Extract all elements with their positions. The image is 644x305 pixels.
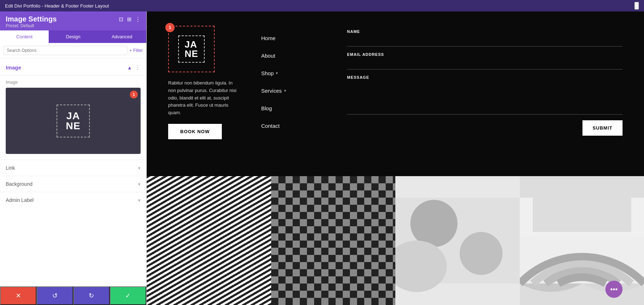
stripes-pattern (147, 176, 271, 305)
email-field[interactable] (347, 59, 623, 69)
tab-content[interactable]: Content (0, 30, 49, 43)
book-now-button[interactable]: BOOK NOW (168, 124, 222, 139)
save-button[interactable]: ✓ (110, 286, 146, 305)
floating-action-button[interactable]: ••• (605, 281, 623, 298)
undo-button[interactable]: ↺ (36, 286, 73, 305)
title-bar: Edit Divi Portfolio - Header & Footer Fo… (0, 0, 644, 11)
footer-logo-text-1: JA (185, 40, 198, 49)
image-section-chevron[interactable]: ▲ (127, 65, 132, 71)
nav-item-about[interactable]: About (261, 47, 333, 64)
link-section[interactable]: Link ▾ (0, 160, 146, 176)
search-bar: + Filter (0, 43, 146, 58)
logo-preview-text-1: JA (67, 111, 80, 121)
footer-col-brand: 1 JA NE Rabitur non bibendum ligula. In … (168, 26, 247, 162)
redo-button[interactable]: ↻ (73, 286, 110, 305)
gallery-section (147, 176, 644, 305)
shapes-pattern (395, 176, 520, 305)
window-title: Edit Divi Portfolio - Header & Footer Fo… (5, 3, 109, 9)
gallery-item-checker (271, 176, 396, 305)
logo-preview-text-2: NE (66, 121, 80, 131)
svg-point-2 (460, 232, 503, 275)
image-section-header: Image ▲ ⋮ (0, 58, 146, 76)
form-submit-row: SUBMIT (347, 120, 623, 136)
search-input[interactable] (4, 46, 127, 55)
more-options-icon[interactable]: ⋮ (135, 16, 141, 23)
footer-logo-badge: 1 (165, 23, 175, 32)
background-section[interactable]: Background ▾ (0, 176, 146, 192)
link-chevron-icon: ▾ (138, 165, 141, 171)
footer-logo-text-2: NE (185, 49, 198, 58)
nav-item-contact[interactable]: Contact (261, 117, 333, 135)
admin-label-chevron-icon: ▾ (138, 198, 141, 203)
gallery-item-stripes (147, 176, 271, 305)
image-section-menu[interactable]: ⋮ (135, 64, 141, 71)
email-label: EMAIL ADDRESS (347, 52, 623, 57)
cancel-button[interactable]: ✕ (0, 286, 36, 305)
background-section-title: Background (6, 181, 33, 187)
logo-preview-box: JA NE (57, 105, 90, 137)
tab-advanced[interactable]: Advanced (98, 30, 146, 43)
resize-icon[interactable]: ⊡ (119, 16, 123, 23)
footer-logo-container: 1 JA NE (168, 26, 215, 72)
footer-section: 1 JA NE Rabitur non bibendum ligula. In … (147, 11, 644, 176)
nav-item-services[interactable]: Services ▾ (261, 82, 333, 100)
image-badge: 1 (130, 91, 138, 98)
checker-pattern (271, 176, 396, 305)
submit-button[interactable]: SUBMIT (582, 120, 623, 136)
gallery-item-arcs (520, 176, 644, 305)
split-icon[interactable]: ⊞ (127, 16, 132, 23)
main-layout: Image Settings ⊡ ⊞ ⋮ Preset: Default Con… (0, 11, 644, 305)
bottom-toolbar: ✕ ↺ ↻ ✓ (0, 286, 146, 305)
preset-label[interactable]: Preset: Default (6, 23, 141, 28)
footer-nav: Home About Shop ▾ Services ▾ Blog Contac (261, 26, 333, 162)
image-label: Image (6, 80, 141, 85)
image-section-title: Image (6, 64, 21, 71)
shop-chevron-icon: ▾ (276, 71, 278, 76)
svg-rect-5 (532, 198, 631, 232)
canvas-area: 1 JA NE Rabitur non bibendum ligula. In … (147, 11, 644, 305)
admin-label-section-title: Admin Label (6, 197, 34, 203)
image-preview[interactable]: 1 JA NE (6, 88, 141, 154)
sidebar: Image Settings ⊡ ⊞ ⋮ Preset: Default Con… (0, 11, 147, 305)
image-section: Image 1 JA NE (0, 80, 146, 160)
message-label: MESSAGE (347, 75, 623, 79)
name-field[interactable] (347, 37, 623, 47)
message-field[interactable] (347, 82, 623, 115)
footer-description: Rabitur non bibendum ligula. In non pulv… (168, 79, 240, 117)
services-chevron-icon: ▾ (284, 88, 286, 93)
footer-logo-inner: JA NE (178, 35, 205, 63)
nav-item-shop[interactable]: Shop ▾ (261, 64, 333, 82)
gallery-item-shapes (395, 176, 520, 305)
footer-form: NAME EMAIL ADDRESS MESSAGE SUBMIT (347, 26, 623, 162)
sidebar-content: Image ▲ ⋮ Image 1 JA NE Link (0, 58, 146, 286)
nav-item-home[interactable]: Home (261, 29, 333, 47)
arc-pattern (520, 176, 644, 305)
svg-point-1 (410, 200, 458, 247)
admin-label-section[interactable]: Admin Label ▾ (0, 192, 146, 208)
nav-item-blog[interactable]: Blog (261, 100, 333, 117)
background-chevron-icon: ▾ (138, 181, 141, 187)
name-label: NAME (347, 29, 623, 34)
sidebar-header: Image Settings ⊡ ⊞ ⋮ Preset: Default (0, 11, 146, 30)
filter-button[interactable]: + Filter (130, 48, 143, 53)
close-button[interactable]: × (634, 2, 639, 10)
tab-design[interactable]: Design (49, 30, 97, 43)
sidebar-title: Image Settings (6, 15, 57, 23)
link-section-title: Link (6, 165, 15, 171)
footer-logo-box: JA NE (168, 26, 215, 72)
sidebar-tabs: Content Design Advanced (0, 30, 146, 43)
